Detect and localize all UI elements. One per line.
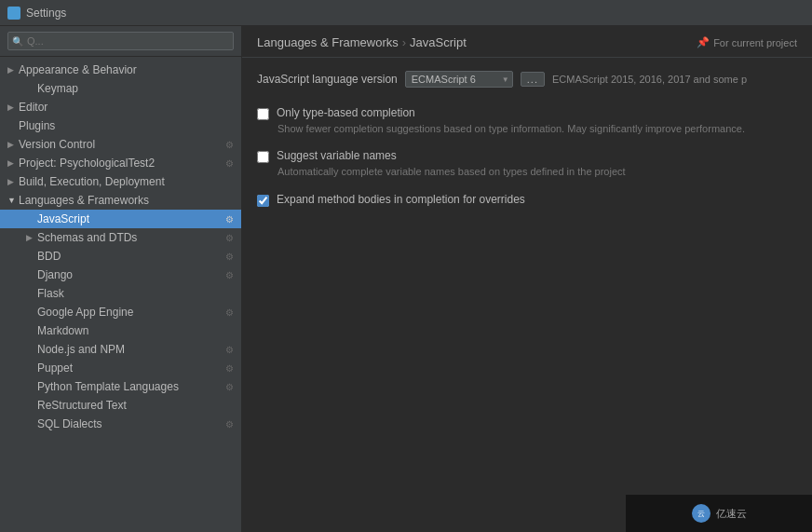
settings-icon: ⚙ bbox=[225, 363, 234, 374]
sidebar-item-puppet[interactable]: Puppet ⚙ bbox=[0, 359, 241, 377]
sidebar-item-restructured[interactable]: ReStructured Text bbox=[0, 396, 241, 415]
settings-icon: ⚙ bbox=[225, 382, 234, 392]
sidebar-item-label: Google App Engine bbox=[37, 306, 222, 319]
yisu-text: 亿速云 bbox=[716, 507, 747, 521]
sidebar-item-build[interactable]: ▶ Build, Execution, Deployment bbox=[0, 172, 241, 191]
sidebar-item-flask[interactable]: Flask bbox=[0, 284, 241, 303]
sidebar-item-label: Languages & Frameworks bbox=[19, 194, 234, 207]
sidebar-item-nodejs[interactable]: Node.js and NPM ⚙ bbox=[0, 340, 241, 359]
sidebar-item-google-app-engine[interactable]: Google App Engine ⚙ bbox=[0, 303, 241, 321]
sidebar-item-label: Schemas and DTDs bbox=[37, 231, 222, 244]
search-icon: 🔍 bbox=[12, 36, 23, 47]
search-input[interactable] bbox=[7, 32, 234, 50]
sidebar-item-label: SQL Dialects bbox=[37, 417, 222, 430]
more-options-button[interactable]: ... bbox=[521, 72, 545, 87]
type-completion-setting: Only type-based completion Show fewer co… bbox=[257, 106, 797, 136]
arrow-icon: ▼ bbox=[7, 196, 19, 205]
sidebar-item-label: Puppet bbox=[37, 361, 222, 375]
sidebar-item-label: Version Control bbox=[19, 138, 222, 151]
settings-icon: ⚙ bbox=[225, 345, 234, 355]
suggest-variables-checkbox[interactable] bbox=[257, 151, 269, 163]
version-row: JavaScript language version ECMAScript 6… bbox=[257, 71, 797, 88]
arrow-icon: ▶ bbox=[7, 65, 19, 75]
settings-icon: ⚙ bbox=[225, 270, 234, 280]
sidebar-item-plugins[interactable]: Plugins bbox=[0, 116, 241, 135]
sidebar-item-project[interactable]: ▶ Project: PsychologicalTest2 ⚙ bbox=[0, 154, 241, 172]
main-container: 🔍 ▶ Appearance & Behavior Keymap ▶ Edito… bbox=[0, 26, 812, 532]
sidebar-item-label: Build, Execution, Deployment bbox=[19, 175, 234, 188]
arrow-icon: ▶ bbox=[7, 140, 19, 149]
yisu-logo-text: 云 bbox=[697, 509, 705, 519]
sidebar-item-label: Plugins bbox=[19, 119, 234, 132]
expand-method-row: Expand method bodies in completion for o… bbox=[257, 193, 797, 207]
type-completion-row: Only type-based completion bbox=[257, 106, 797, 120]
sidebar-item-label: Markdown bbox=[37, 324, 234, 337]
app-icon bbox=[7, 7, 20, 20]
sidebar-item-version-control[interactable]: ▶ Version Control ⚙ bbox=[0, 135, 241, 154]
sidebar-item-label: JavaScript bbox=[37, 212, 222, 225]
breadcrumb-parent: Languages & Frameworks bbox=[257, 35, 399, 49]
sidebar-item-label: Appearance & Behavior bbox=[19, 63, 234, 76]
sidebar-item-python-template[interactable]: Python Template Languages ⚙ bbox=[0, 377, 241, 396]
breadcrumb: Languages & Frameworks › JavaScript bbox=[257, 35, 467, 49]
for-project-text: For current project bbox=[713, 37, 797, 48]
sidebar-item-label: Django bbox=[37, 268, 222, 281]
sidebar-item-keymap[interactable]: Keymap bbox=[0, 79, 241, 98]
expand-method-label[interactable]: Expand method bodies in completion for o… bbox=[277, 193, 525, 206]
for-project-label: 📌 For current project bbox=[697, 36, 797, 48]
pin-icon: 📌 bbox=[697, 36, 710, 48]
suggest-variables-setting: Suggest variable names Automatically com… bbox=[257, 149, 797, 179]
sidebar-item-editor[interactable]: ▶ Editor bbox=[0, 98, 241, 116]
yisu-logo: 云 bbox=[692, 504, 710, 523]
sidebar-item-label: Flask bbox=[37, 287, 234, 300]
version-label: JavaScript language version bbox=[257, 73, 398, 86]
version-select[interactable]: ECMAScript 6 ECMAScript 5 ECMAScript 201… bbox=[405, 71, 513, 88]
arrow-icon: ▶ bbox=[7, 158, 19, 168]
sidebar-item-label: Keymap bbox=[37, 82, 234, 95]
type-completion-desc: Show fewer completion suggestions based … bbox=[277, 122, 797, 136]
settings-icon: ⚙ bbox=[225, 252, 234, 262]
sidebar-item-javascript[interactable]: JavaScript ⚙ bbox=[0, 210, 241, 228]
arrow-icon: ▶ bbox=[26, 233, 37, 242]
sidebar-item-sql[interactable]: SQL Dialects ⚙ bbox=[0, 415, 241, 433]
suggest-variables-row: Suggest variable names bbox=[257, 149, 797, 163]
suggest-variables-label[interactable]: Suggest variable names bbox=[277, 149, 397, 162]
sidebar: 🔍 ▶ Appearance & Behavior Keymap ▶ Edito… bbox=[0, 26, 242, 532]
title-bar: Settings bbox=[0, 0, 812, 26]
sidebar-item-bdd[interactable]: BDD ⚙ bbox=[0, 247, 241, 266]
type-completion-checkbox[interactable] bbox=[257, 108, 269, 120]
settings-icon: ⚙ bbox=[225, 307, 234, 318]
arrow-icon: ▶ bbox=[7, 102, 19, 112]
content-area: Languages & Frameworks › JavaScript 📌 Fo… bbox=[242, 26, 812, 532]
arrow-icon: ▶ bbox=[7, 177, 19, 186]
content-body: JavaScript language version ECMAScript 6… bbox=[242, 58, 812, 532]
search-box[interactable]: 🔍 bbox=[0, 26, 241, 57]
version-select-wrapper[interactable]: ECMAScript 6 ECMAScript 5 ECMAScript 201… bbox=[405, 71, 513, 88]
settings-icon: ⚙ bbox=[225, 140, 234, 150]
sidebar-item-label: ReStructured Text bbox=[37, 399, 234, 412]
sidebar-item-languages[interactable]: ▼ Languages & Frameworks bbox=[0, 191, 241, 210]
sidebar-item-django[interactable]: Django ⚙ bbox=[0, 266, 241, 284]
sidebar-item-appearance[interactable]: ▶ Appearance & Behavior bbox=[0, 61, 241, 79]
expand-method-checkbox[interactable] bbox=[257, 195, 269, 207]
sidebar-item-label: Project: PsychologicalTest2 bbox=[19, 157, 222, 170]
type-completion-label[interactable]: Only type-based completion bbox=[277, 106, 415, 119]
content-header: Languages & Frameworks › JavaScript 📌 Fo… bbox=[242, 26, 812, 58]
breadcrumb-separator: › bbox=[402, 35, 406, 49]
sidebar-item-label: BDD bbox=[37, 250, 222, 263]
sidebar-item-label: Editor bbox=[19, 101, 234, 114]
settings-icon: ⚙ bbox=[225, 233, 234, 243]
expand-method-setting: Expand method bodies in completion for o… bbox=[257, 193, 797, 207]
sidebar-item-label: Node.js and NPM bbox=[37, 343, 222, 356]
suggest-variables-desc: Automatically complete variable names ba… bbox=[277, 165, 797, 179]
breadcrumb-current: JavaScript bbox=[410, 35, 467, 49]
settings-icon: ⚙ bbox=[225, 158, 234, 169]
settings-icon: ⚙ bbox=[225, 419, 234, 430]
settings-icon: ⚙ bbox=[225, 214, 234, 225]
sidebar-item-markdown[interactable]: Markdown bbox=[0, 321, 241, 340]
sidebar-item-schemas[interactable]: ▶ Schemas and DTDs ⚙ bbox=[0, 228, 241, 247]
sidebar-tree: ▶ Appearance & Behavior Keymap ▶ Editor … bbox=[0, 57, 241, 532]
sidebar-item-label: Python Template Languages bbox=[37, 380, 222, 393]
version-desc: ECMAScript 2015, 2016, 2017 and some p bbox=[552, 74, 747, 85]
watermark: 云 亿速云 bbox=[626, 495, 812, 532]
